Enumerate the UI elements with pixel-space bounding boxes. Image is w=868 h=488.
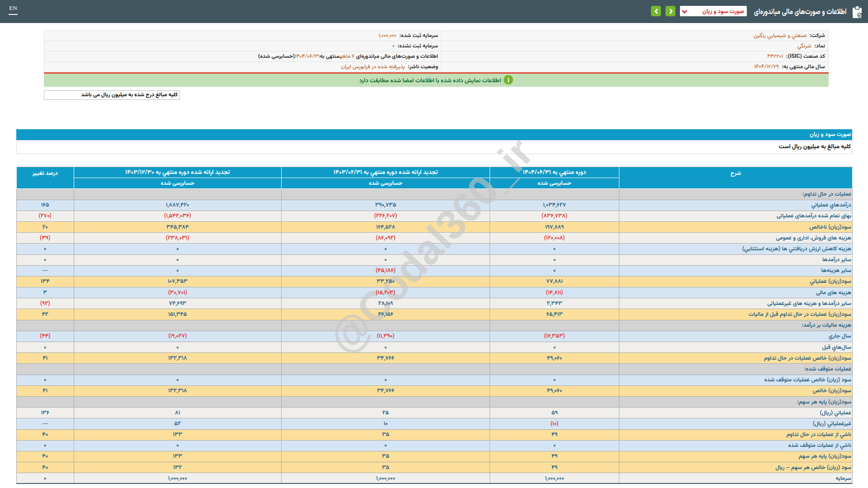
svg-text:i: i [508, 76, 509, 84]
